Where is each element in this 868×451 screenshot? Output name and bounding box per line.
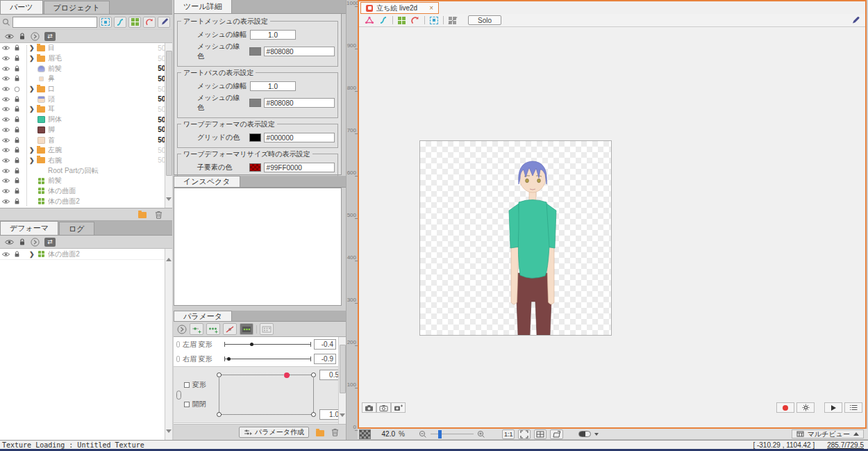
trash-icon[interactable] — [331, 428, 339, 436]
parts-search-input[interactable] — [12, 17, 97, 28]
eye-icon[interactable] — [0, 252, 11, 257]
rotate-view-icon[interactable] — [550, 429, 563, 439]
parts-list-row[interactable]: ❯ 左腕 500 — [0, 145, 172, 156]
lock-icon[interactable] — [11, 137, 22, 144]
curve-deformer-icon[interactable] — [114, 17, 126, 28]
color-swatch[interactable] — [249, 133, 261, 142]
eye-icon[interactable] — [0, 66, 11, 72]
play-button[interactable] — [824, 402, 842, 413]
parts-list-row[interactable]: ❯ 右腕 500 — [0, 156, 172, 166]
multiview-button[interactable]: マルチビュー — [792, 429, 864, 438]
eye-icon[interactable] — [0, 188, 11, 194]
transparency-background-toggle[interactable] — [359, 429, 371, 439]
transform-box-icon[interactable] — [430, 17, 438, 24]
lock-icon[interactable] — [11, 116, 22, 123]
add-keys-icon[interactable] — [206, 323, 220, 335]
expand-all-icon[interactable] — [31, 238, 40, 247]
lock-icon[interactable] — [11, 55, 22, 62]
eye-icon[interactable] — [0, 158, 11, 163]
eye-icon[interactable] — [0, 97, 11, 102]
expand-arrow-icon[interactable]: ❯ — [29, 85, 36, 92]
curve-deformer-icon[interactable] — [379, 16, 387, 24]
lock-icon[interactable] — [11, 86, 22, 92]
path-line-width-field[interactable]: 1.0 — [250, 81, 296, 91]
color-swatch[interactable] — [249, 99, 261, 107]
parts-list-row[interactable]: ❯ 目 500 — [0, 43, 172, 54]
canvas-bounds-icon[interactable] — [534, 429, 546, 439]
eye-icon[interactable] — [0, 138, 11, 143]
parts-list-row[interactable]: ❯ 首 500 — [0, 135, 172, 145]
memory-usage[interactable]: 285.7/729.5 — [827, 441, 864, 449]
parts-list-row[interactable]: ❯ Root Partの回転 — [0, 165, 172, 176]
parts-list-row[interactable]: ❯ 眉毛 500 — [0, 54, 172, 64]
parameter-scrollbar[interactable] — [338, 337, 346, 424]
zoom-slider[interactable] — [431, 430, 474, 438]
lock-icon[interactable] — [11, 75, 22, 82]
parts-list-row[interactable]: ❯ 耳 500 — [0, 104, 172, 115]
keyform-editor-icon[interactable] — [240, 323, 253, 335]
eye-icon[interactable] — [0, 106, 11, 112]
sync-select-icon[interactable]: ⇄ — [44, 238, 56, 247]
expand-arrow-icon[interactable]: ❯ — [29, 106, 36, 113]
rotate-deformer-icon[interactable] — [143, 17, 156, 28]
lock-icon[interactable] — [11, 167, 22, 174]
blend-current-point[interactable] — [284, 372, 290, 378]
lock-icon[interactable] — [19, 33, 26, 40]
blend-checkbox-2[interactable]: 開閉 — [184, 400, 216, 409]
eye-icon[interactable] — [0, 76, 11, 81]
lock-icon[interactable] — [19, 238, 26, 246]
parameter-slider[interactable] — [224, 356, 311, 362]
eye-icon[interactable] — [5, 33, 14, 40]
parts-list-row[interactable]: ❯ 鼻 500 — [0, 74, 172, 84]
new-folder-icon[interactable] — [138, 212, 147, 218]
pen-icon[interactable] — [851, 16, 860, 24]
close-icon[interactable]: × — [429, 4, 433, 12]
chevron-down-icon[interactable] — [594, 433, 599, 436]
zoom-slider-handle[interactable] — [438, 430, 442, 438]
tab-log[interactable]: ログ — [59, 222, 94, 235]
search-icon[interactable] — [2, 18, 10, 26]
timeline-list-icon[interactable] — [844, 402, 862, 413]
scroll-up-icon[interactable] — [340, 338, 346, 344]
color-swatch[interactable] — [249, 163, 261, 172]
warp-deformer-icon[interactable] — [398, 17, 406, 24]
lock-icon[interactable] — [11, 106, 22, 113]
eye-icon[interactable] — [0, 178, 11, 183]
lock-icon[interactable] — [11, 157, 22, 164]
eye-icon[interactable] — [0, 45, 11, 51]
eye-icon[interactable] — [0, 117, 11, 122]
record-button[interactable] — [776, 402, 794, 413]
new-folder-icon[interactable] — [316, 430, 324, 436]
scroll-down-icon[interactable] — [340, 417, 346, 423]
lock-icon[interactable] — [11, 126, 22, 133]
keyform-grid-icon[interactable] — [260, 323, 274, 335]
parts-list-row[interactable]: ❯ 前髪 — [0, 176, 172, 186]
tab-parameter[interactable]: パラメータ — [174, 311, 232, 321]
fit-view-icon[interactable] — [518, 429, 531, 439]
mesh-edit-icon[interactable] — [365, 16, 374, 24]
rotate-deformer-icon[interactable] — [410, 16, 419, 25]
scroll-down-icon[interactable] — [166, 433, 172, 439]
mesh-line-width-field[interactable]: 1.0 — [250, 30, 296, 40]
eye-icon[interactable] — [0, 147, 11, 153]
onion-skin-icon[interactable] — [376, 402, 391, 413]
tab-parts[interactable]: パーツ — [0, 0, 43, 14]
character-model[interactable] — [501, 159, 565, 336]
parameter-value-field[interactable]: -0.9 — [314, 354, 336, 364]
path-line-color-field[interactable]: #808080 — [264, 98, 335, 108]
eye-icon[interactable] — [0, 199, 11, 204]
expand-arrow-icon[interactable]: ❯ — [29, 147, 36, 154]
actual-size-button[interactable]: 1:1 — [502, 429, 515, 439]
canvas-workspace[interactable] — [359, 27, 865, 415]
tab-project[interactable]: プロジェクト — [44, 1, 110, 14]
zoom-value[interactable]: 42.0 — [374, 430, 395, 438]
tab-deformer[interactable]: デフォーマ — [0, 221, 58, 235]
blend-2d-pad[interactable] — [219, 375, 314, 415]
checkbox-icon[interactable] — [184, 402, 190, 407]
lock-icon[interactable] — [11, 188, 22, 195]
lock-icon[interactable] — [11, 44, 22, 51]
solo-button[interactable]: Solo — [468, 15, 501, 25]
settings-gear-icon[interactable] — [796, 402, 815, 413]
grid-layout-disabled-icon[interactable] — [449, 17, 456, 24]
expand-arrow-icon[interactable]: ❯ — [29, 44, 36, 51]
